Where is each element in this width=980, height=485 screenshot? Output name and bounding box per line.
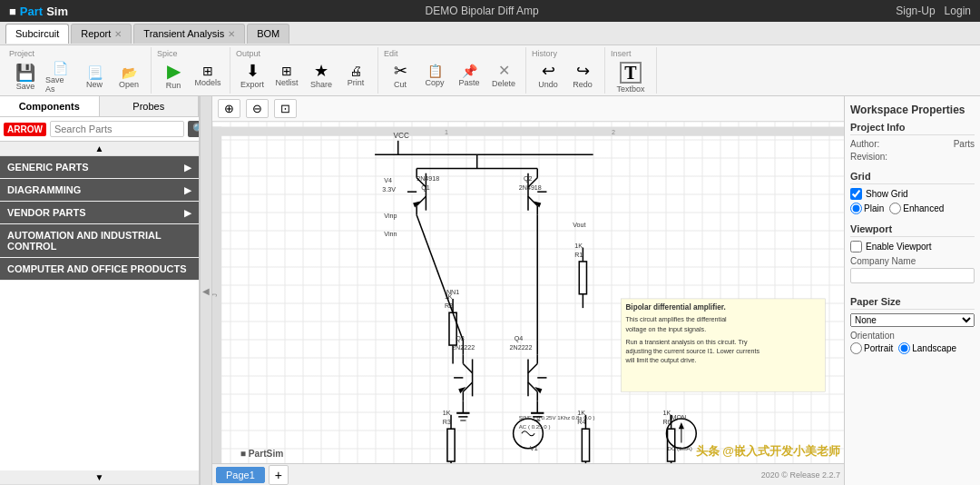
sidebar-item-computer[interactable]: COMPUTER AND OFFICE PRODUCTS [0,258,199,281]
company-name-input[interactable] [850,268,975,283]
scroll-up-arrow[interactable]: ▲ [0,142,199,156]
search-input[interactable] [50,121,184,137]
chevron-right-icon: ▶ [184,185,191,195]
enhanced-radio-label: Enhanced [889,203,944,214]
canvas-body[interactable]: 1 2 J VCC V4 3.3V 2N4918 Q1 [212,122,844,485]
textbox-button[interactable]: T Textbox [611,60,651,95]
open-button[interactable]: 📂 Open [113,64,145,91]
models-button[interactable]: ⊞ Models [191,63,224,89]
copy-button[interactable]: 📋 Copy [418,63,451,89]
scroll-down-arrow[interactable]: ▼ [0,470,199,485]
chevron-right-icon: ▶ [184,208,191,218]
portrait-radio[interactable] [850,342,862,354]
save-as-button[interactable]: 📄 Save As [44,60,76,95]
plain-radio[interactable] [850,203,862,214]
show-grid-checkbox[interactable] [850,188,862,200]
plain-label: Plain [864,203,884,213]
paper-size-section: Paper Size None Orientation Portrait Lan… [850,296,975,354]
cut-button[interactable]: ✂ Cut [384,61,416,91]
svg-text:V4: V4 [384,177,392,184]
circuit-schematic[interactable]: 1 2 J VCC V4 3.3V 2N4918 Q1 [212,122,844,485]
svg-text:voltage on the input signals.: voltage on the input signals. [625,326,706,333]
paste-label: Paste [458,78,479,87]
page-tab-1[interactable]: Page1 [216,467,265,483]
undo-button[interactable]: ↩ Undo [532,61,564,91]
zoom-in-button[interactable]: ⊕ [218,99,240,118]
svg-line-57 [528,364,537,373]
spice-buttons: ▶ Run ⊞ Models [157,60,224,92]
share-button[interactable]: ★ Share [305,61,338,91]
edit-buttons: ✂ Cut 📋 Copy 📌 Paste ✕ Delete [384,60,520,92]
landscape-radio[interactable] [898,342,910,354]
grid-section: Grid Show Grid Plain Enhanced [850,171,975,214]
new-button[interactable]: 📃 New [78,64,111,91]
run-button[interactable]: ▶ Run [157,60,190,92]
auth-buttons: Sign-Up Login [896,5,971,17]
run-label: Run [166,81,181,90]
tab-transient-close[interactable]: ✕ [228,29,235,39]
toolbar: Project 💾 Save 📄 Save As 📃 New 📂 Open Sp… [0,45,980,96]
add-page-button[interactable]: + [269,465,289,485]
search-button[interactable]: 🔍 [188,121,200,137]
project-buttons: 💾 Save 📄 Save As 📃 New 📂 Open [9,60,145,95]
print-button[interactable]: 🖨 Print [339,63,372,89]
svg-text:■ PartSim: ■ PartSim [240,449,284,459]
open-icon: 📂 [122,66,137,79]
svg-text:3.3V: 3.3V [382,186,396,193]
page-tabs: Page1 + [212,463,844,485]
export-label: Export [240,80,264,89]
paper-size-select[interactable]: None [850,313,975,327]
right-panel: Workspace Properties Project Info Author… [844,96,980,485]
author-row: Author: Parts [850,139,975,149]
redo-button[interactable]: ↪ Redo [566,61,599,91]
enable-viewport-checkbox[interactable] [850,241,862,252]
netlist-button[interactable]: ⊞ Netlist [270,63,303,89]
paste-button[interactable]: 📌 Paste [453,63,485,89]
project-info-heading: Project Info [850,122,975,135]
delete-button[interactable]: ✕ Delete [487,62,520,90]
arrow-logo: ARROW [4,123,46,136]
chevron-right-icon: ▶ [184,163,191,173]
zoom-fit-button[interactable]: ⊡ [274,99,297,118]
tab-report-close[interactable]: ✕ [114,29,122,39]
svg-text:adjusting the current source I: adjusting the current source I1. Lower c… [625,348,760,355]
toolbar-group-insert: Insert T Textbox [605,47,657,94]
print-label: Print [348,78,365,87]
svg-line-58 [528,382,537,391]
insert-label: Insert [611,49,632,58]
tab-bom[interactable]: BOM [247,24,289,44]
sidebar-item-diagramming-label: DIAGRAMMING [7,184,81,195]
enable-viewport-label: Enable Viewport [866,242,932,252]
print-icon: 🖨 [349,64,362,77]
sidebar-item-diagramming[interactable]: DIAGRAMMING ▶ [0,179,199,202]
save-button[interactable]: 💾 Save [9,63,42,93]
tab-report[interactable]: Report ✕ [71,24,132,44]
svg-text:1: 1 [445,129,448,136]
tab-subcircuit[interactable]: Subcircuit [5,24,69,44]
zoom-out-button[interactable]: ⊖ [246,99,269,118]
logo-icon: ■ [9,5,16,18]
enhanced-radio[interactable] [889,203,901,214]
signup-button[interactable]: Sign-Up [896,5,935,17]
tab-transient[interactable]: Transient Analysis ✕ [133,24,245,44]
landscape-radio-label: Landscape [898,342,956,354]
export-button[interactable]: ⬇ Export [236,61,269,91]
svg-text:Run a transient analysis on th: Run a transient analysis on this circuit… [625,339,747,346]
logo-part: Part [20,5,43,18]
undo-label: Undo [538,80,558,89]
collapse-handle[interactable]: ◀ [200,96,212,485]
orientation-group: Portrait Landscape [850,342,975,354]
sidebar-item-vendor[interactable]: VENDOR PARTS ▶ [0,202,199,224]
cut-label: Cut [394,80,407,89]
sidebar-item-automation[interactable]: AUTOMATION AND INDUSTRIAL CONTROL [0,224,199,258]
sidebar-item-generic[interactable]: GENERIC PARTS ▶ [0,156,199,179]
save-icon: 💾 [15,64,35,81]
svg-text:V1: V1 [530,445,538,452]
svg-text:1K: 1K [443,410,451,417]
sidebar-tab-components[interactable]: Components [0,96,100,116]
viewport-section: Viewport Enable Viewport Company Name [850,223,975,287]
viewport-heading: Viewport [850,223,975,237]
svg-text:R1: R1 [574,252,583,259]
sidebar-tab-probes[interactable]: Probes [100,96,200,116]
login-button[interactable]: Login [945,5,971,17]
